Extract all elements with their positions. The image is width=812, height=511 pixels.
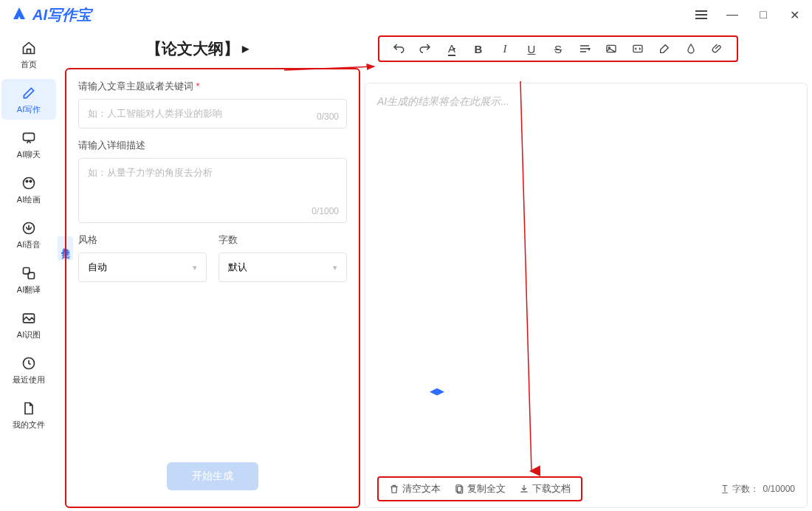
detail-input[interactable]: 如：从量子力学的角度去分析 0/1000 bbox=[78, 158, 347, 223]
undo-button[interactable] bbox=[391, 41, 406, 56]
minimize-button[interactable]: — bbox=[725, 7, 740, 22]
home-icon bbox=[21, 40, 37, 56]
close-button[interactable]: ✕ bbox=[787, 7, 802, 22]
app-name: AI写作宝 bbox=[32, 5, 92, 25]
mic-icon bbox=[21, 220, 37, 236]
sidebar-item-ai-translate[interactable]: AI翻译 bbox=[1, 259, 56, 300]
svg-point-3 bbox=[30, 180, 32, 182]
italic-button[interactable]: I bbox=[498, 41, 512, 56]
align-button[interactable]: ▾ bbox=[577, 41, 592, 56]
sidebar-item-ai-image[interactable]: AI识图 bbox=[1, 304, 56, 345]
main: 首页 AI写作 AI聊天 AI绘画 AI语音 AI翻译 AI识图 最近使用 bbox=[0, 30, 812, 511]
detail-counter: 0/1000 bbox=[312, 206, 339, 216]
app-logo: AI写作宝 bbox=[10, 5, 92, 25]
panels: 请输入文章主题或者关键词 如：人工智能对人类择业的影响 0/300 请输入详细描… bbox=[58, 68, 812, 511]
detail-label: 请输入详细描述 bbox=[78, 139, 347, 152]
footer-actions: 清空文本 复制全文 下载文档 bbox=[377, 476, 582, 501]
dropdown-arrow-icon: ▶ bbox=[242, 44, 249, 54]
menu-button[interactable] bbox=[694, 7, 709, 22]
chat-icon bbox=[21, 130, 37, 146]
download-icon bbox=[519, 484, 529, 494]
insert-code-button[interactable] bbox=[630, 41, 645, 56]
text-icon: T bbox=[722, 484, 727, 494]
edit-icon bbox=[21, 85, 37, 101]
titlebar: AI写作宝 — □ ✕ bbox=[0, 0, 812, 30]
insert-image-button[interactable] bbox=[604, 41, 619, 56]
sidebar: 首页 AI写作 AI聊天 AI绘画 AI语音 AI翻译 AI识图 最近使用 bbox=[0, 30, 58, 511]
translate-icon bbox=[21, 265, 37, 281]
file-icon bbox=[21, 400, 37, 416]
header-row: 【论文大纲】 ▶ A▾ B I U S ▾ bbox=[58, 30, 812, 68]
font-color-button[interactable]: A▾ bbox=[444, 41, 459, 56]
bold-button[interactable]: B bbox=[471, 41, 486, 56]
chevron-down-icon: ▾ bbox=[333, 263, 337, 272]
drop-button[interactable] bbox=[684, 41, 698, 56]
output-panel: AI生成的结果将会在此展示... 清空文本 复制全文 下 bbox=[365, 83, 808, 508]
sidebar-item-ai-paint[interactable]: AI绘画 bbox=[1, 169, 56, 210]
topic-label: 请输入文章主题或者关键词 bbox=[78, 80, 347, 93]
sidebar-item-my-files[interactable]: 我的文件 bbox=[1, 394, 56, 435]
image-icon bbox=[21, 310, 37, 326]
underline-button[interactable]: U bbox=[524, 41, 539, 56]
svg-rect-0 bbox=[24, 133, 35, 140]
topic-counter: 0/300 bbox=[317, 112, 339, 122]
sidebar-item-recent[interactable]: 最近使用 bbox=[1, 349, 56, 390]
count-label: 字数 bbox=[219, 233, 347, 247]
copy-all-button[interactable]: 复制全文 bbox=[454, 482, 506, 495]
input-panel: 请输入文章主题或者关键词 如：人工智能对人类择业的影响 0/300 请输入详细描… bbox=[65, 68, 360, 508]
maximize-button[interactable]: □ bbox=[756, 7, 771, 22]
content: 【论文大纲】 ▶ A▾ B I U S ▾ 请输入文章 bbox=[58, 30, 812, 511]
logo-icon bbox=[10, 6, 28, 24]
sidebar-item-ai-chat[interactable]: AI聊天 bbox=[1, 124, 56, 165]
sidebar-item-ai-voice[interactable]: AI语音 bbox=[1, 214, 56, 255]
brush-button[interactable] bbox=[657, 41, 672, 56]
page-title[interactable]: 【论文大纲】 ▶ bbox=[146, 38, 249, 59]
word-count: T 字数：0/10000 bbox=[722, 483, 795, 495]
trash-icon bbox=[389, 484, 399, 494]
generate-button[interactable]: 开始生成 bbox=[167, 462, 258, 490]
output-footer: 清空文本 复制全文 下载文档 T 字数：0/10000 bbox=[377, 476, 795, 501]
download-button[interactable]: 下载文档 bbox=[519, 482, 571, 495]
style-label: 风格 bbox=[78, 233, 207, 247]
attach-button[interactable] bbox=[710, 41, 725, 56]
style-select[interactable]: 自动 ▾ bbox=[78, 253, 207, 282]
clock-icon bbox=[21, 355, 37, 371]
chevron-down-icon: ▾ bbox=[193, 263, 197, 272]
output-placeholder: AI生成的结果将会在此展示... bbox=[377, 95, 795, 109]
sidebar-item-ai-write[interactable]: AI写作 bbox=[1, 79, 56, 120]
editor-toolbar: A▾ B I U S ▾ bbox=[378, 35, 738, 62]
svg-point-2 bbox=[26, 180, 28, 182]
count-select[interactable]: 默认 ▾ bbox=[219, 253, 347, 282]
topic-input[interactable]: 如：人工智能对人类择业的影响 0/300 bbox=[78, 99, 347, 128]
paint-icon bbox=[21, 175, 37, 191]
redo-button[interactable] bbox=[418, 41, 433, 56]
strike-button[interactable]: S bbox=[551, 41, 565, 56]
copy-icon bbox=[454, 484, 464, 494]
clear-text-button[interactable]: 清空文本 bbox=[389, 482, 441, 495]
svg-point-1 bbox=[24, 178, 35, 189]
sidebar-item-home[interactable]: 首页 bbox=[1, 34, 56, 75]
hamburger-icon bbox=[695, 10, 707, 19]
